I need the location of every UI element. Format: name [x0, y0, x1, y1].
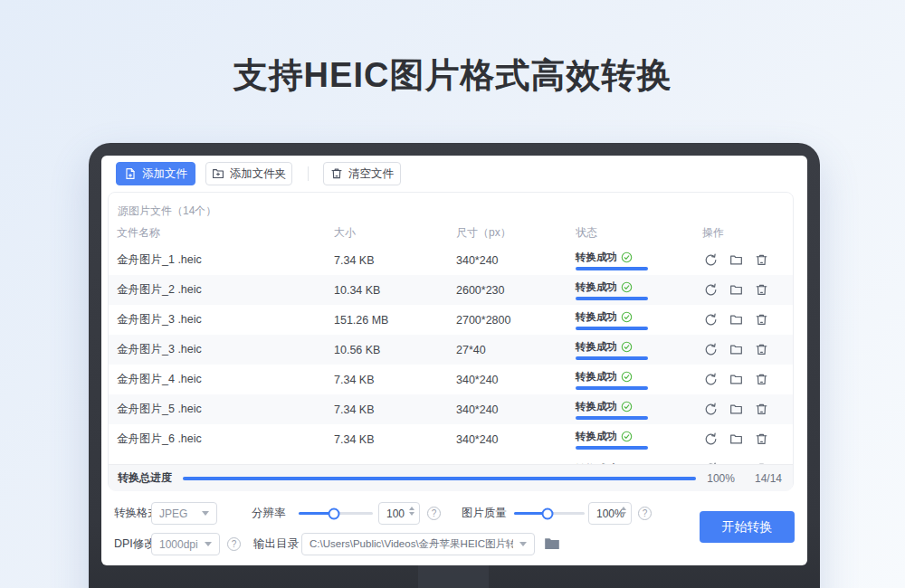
file-progress-bar: [576, 386, 648, 390]
quality-input[interactable]: 100%: [588, 502, 632, 525]
file-dimensions-cell: 2700*2800: [456, 314, 576, 327]
reconvert-icon[interactable]: [704, 313, 718, 327]
delete-icon[interactable]: [755, 343, 768, 356]
reconvert-icon[interactable]: [704, 283, 718, 297]
chevron-down-icon: [205, 542, 212, 546]
resolution-slider-thumb[interactable]: [329, 507, 340, 519]
file-actions-cell: [702, 253, 793, 267]
check-circle-icon: [621, 281, 633, 293]
open-folder-icon[interactable]: [729, 313, 743, 327]
file-dimensions-cell: 340*240: [456, 374, 576, 386]
file-status-cell: 转换成功: [576, 280, 702, 300]
reconvert-icon[interactable]: [704, 462, 718, 464]
file-size-cell: 7.34 KB: [334, 254, 456, 267]
delete-icon[interactable]: [755, 432, 768, 446]
open-folder-icon[interactable]: [729, 373, 743, 386]
open-folder-icon[interactable]: [729, 343, 743, 356]
table-row-partial: 转换成功: [109, 454, 793, 464]
file-status-cell: 转换成功: [576, 400, 702, 420]
column-header-name: 文件名称: [117, 225, 334, 241]
quality-slider[interactable]: [514, 512, 585, 515]
column-header-status: 状态: [576, 225, 702, 241]
reconvert-icon[interactable]: [704, 253, 718, 267]
chevron-down-icon: [519, 542, 527, 546]
page-title: 支持HEIC图片格式高效转换: [0, 52, 905, 99]
file-list-panel: 源图片文件（14个） 文件名称 大小 尺寸（px） 状态 操作 金舟图片_1 .…: [108, 192, 794, 490]
reconvert-icon[interactable]: [704, 343, 718, 356]
total-progress-row: 转换总进度 100% 14/14: [109, 464, 793, 491]
reconvert-icon[interactable]: [704, 373, 718, 386]
dpi-select[interactable]: 1000dpi: [151, 533, 220, 555]
file-list-title: 源图片文件（14个）: [109, 193, 793, 220]
check-circle-icon: [621, 311, 633, 323]
file-status-cell: 转换成功: [576, 430, 702, 450]
clear-files-button[interactable]: 清空文件: [323, 162, 401, 185]
add-folder-button[interactable]: 添加文件夹: [205, 162, 292, 185]
total-progress-bar: [183, 477, 696, 480]
check-circle-icon: [621, 431, 633, 442]
file-progress-bar: [576, 297, 648, 300]
dpi-label: DPI修改: [114, 533, 156, 555]
app-window: 添加文件 添加文件夹 清空文件 源图片文件（14个） 文件名称: [101, 156, 807, 565]
resolution-label: 分辨率: [252, 502, 286, 525]
file-status-cell: 转换成功: [576, 462, 702, 464]
file-dimensions-cell: 340*240: [456, 403, 576, 416]
status-text: 转换成功: [576, 370, 617, 384]
reconvert-icon[interactable]: [704, 403, 718, 416]
resolution-help-icon[interactable]: ?: [427, 507, 441, 520]
reconvert-icon[interactable]: [704, 432, 718, 446]
open-folder-icon[interactable]: [729, 403, 743, 416]
delete-icon[interactable]: [755, 283, 768, 297]
start-convert-button[interactable]: 开始转换: [700, 511, 795, 543]
resolution-slider[interactable]: [299, 512, 373, 515]
file-dimensions-cell: 340*240: [456, 433, 576, 446]
quality-help-icon[interactable]: ?: [638, 507, 652, 520]
delete-icon[interactable]: [755, 313, 768, 327]
total-progress-count: 14/14: [755, 472, 782, 485]
file-name-cell: 金舟图片_3 .heic: [117, 312, 334, 327]
delete-icon[interactable]: [755, 462, 768, 464]
delete-icon[interactable]: [755, 373, 768, 386]
quality-slider-thumb[interactable]: [542, 507, 554, 519]
add-folder-label: 添加文件夹: [230, 166, 287, 182]
file-dimensions-cell: 340*240: [456, 254, 576, 267]
table-row: 金舟图片_5 .heic 7.34 KB 340*240 转换成功: [109, 394, 793, 424]
open-folder-icon[interactable]: [729, 283, 743, 297]
file-progress-bar: [576, 446, 648, 450]
quality-label: 图片质量: [462, 502, 507, 525]
file-actions-cell: [702, 343, 793, 356]
delete-icon[interactable]: [755, 403, 768, 416]
status-text: 转换成功: [576, 340, 617, 354]
total-progress-fill: [183, 477, 696, 480]
format-select[interactable]: JPEG: [151, 502, 217, 525]
file-actions-cell: [702, 313, 793, 327]
check-circle-icon: [621, 401, 633, 413]
dpi-value: 1000dpi: [159, 538, 198, 551]
dpi-help-icon[interactable]: ?: [227, 537, 241, 551]
file-size-cell: 151.26 MB: [334, 314, 456, 327]
status-text: 转换成功: [576, 251, 617, 264]
file-size-cell: 7.34 KB: [334, 374, 456, 386]
check-circle-icon: [621, 371, 633, 383]
stepper-arrows-icon[interactable]: [621, 507, 626, 516]
delete-icon[interactable]: [755, 253, 768, 267]
browse-folder-icon[interactable]: [544, 536, 560, 551]
file-name-cell: 金舟图片_4 .heic: [117, 372, 334, 387]
file-size-cell: 7.34 KB: [334, 433, 456, 446]
trash-icon: [330, 167, 343, 180]
output-path-input[interactable]: C:\Users\Public\Videos\金舟苹果HEIC图片转换...: [301, 533, 535, 555]
clear-files-label: 清空文件: [348, 166, 394, 182]
laptop-frame: 添加文件 添加文件夹 清空文件 源图片文件（14个） 文件名称: [89, 143, 820, 588]
open-folder-icon[interactable]: [729, 432, 743, 446]
stepper-arrows-icon[interactable]: [409, 507, 414, 516]
open-folder-icon[interactable]: [729, 253, 743, 267]
resolution-input[interactable]: 100: [378, 502, 420, 525]
status-text: 转换成功: [576, 310, 617, 324]
add-file-button[interactable]: 添加文件: [116, 162, 195, 185]
table-row: 金舟图片_3 .heic 151.26 MB 2700*2800 转换成功: [109, 305, 793, 335]
laptop-hinge: [418, 565, 489, 588]
file-name-cell: 金舟图片_3 .heic: [117, 342, 334, 357]
column-header-actions: 操作: [702, 225, 793, 241]
file-status-cell: 转换成功: [576, 251, 702, 270]
open-folder-icon[interactable]: [729, 462, 743, 464]
